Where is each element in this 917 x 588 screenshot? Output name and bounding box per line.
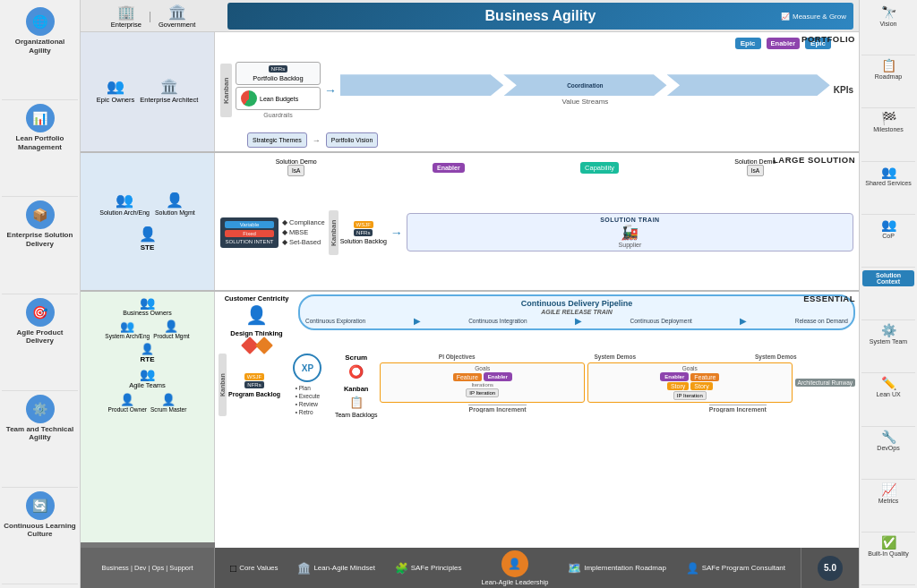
portfolio-backlog-label: Portfolio Backlog [241,74,315,82]
built-in-quality-icon: ✅ [881,535,896,550]
business-dev-bar [81,542,215,548]
pi-objectives-label: PI Objectives [439,354,476,360]
sidebar-label-agile-product: Agile Product Delivery [4,328,76,345]
xp-bullets: • Plan• Execute• Review• Retro [296,384,321,416]
value-streams-label: Value Streams [340,98,830,106]
vs-chevron-2: Coordination [503,74,666,96]
safe-program-consultant-label: SAFe Program Consultant [702,564,785,572]
release-on-demand-label: Release on Demand [795,318,848,324]
lean-agile-mindset-item[interactable]: 🏛️ Lean-Agile Mindset [297,562,374,575]
compliance-label: Compliance [289,218,325,226]
mbse-label: MBSE [289,228,308,236]
safe-program-consultant-item[interactable]: 👤 SAFe Program Consultant [686,562,785,575]
safe-principles-label: SAFe Principles [411,564,462,572]
agile-product-icon: 🎯 [26,298,55,327]
sidebar-item-lean-portfolio[interactable]: 📊 Lean Portfolio Management [2,100,78,197]
solution-train-container: SOLUTION TRAIN 🚂 Supplier [407,213,853,251]
kanban-label-portfolio: Kanban [222,77,230,103]
xp-area: XP • Plan• Execute• Review• Retro [283,354,332,416]
sidebar-item-team-technical[interactable]: ⚙️ Team and Technical Agility [2,391,78,488]
solution-backlog-label: Solution Backlog [340,238,387,244]
lean-portfolio-icon: 📊 [26,104,55,132]
core-values-item[interactable]: □ Core Values [230,562,279,575]
right-item-lean-ux[interactable]: ✏️ Lean UX [861,373,915,426]
lean-agile-leadership-label: Lean-Agile Leadership [481,578,548,586]
program-increment-2: Goals Enabler Feature Story Story [587,362,793,403]
guardrails-label: Guardrails [236,112,321,118]
solution-box-label: Solution Context [862,270,914,286]
solution-train-label: SOLUTION TRAIN [600,217,660,223]
right-item-built-in-quality[interactable]: ✅ Built-In Quality [861,533,915,585]
program-increment-label-1: Program Increment [468,405,526,413]
business-owners-label: Business Owners [123,310,171,316]
sidebar-label-continuous-learning: Continuous Learning Culture [4,522,76,539]
enterprise-gov-header: 🏢 Enterprise | 🏛️ Government Business Ag… [81,0,859,32]
arch-runway-label: Architectural Runway [795,379,855,387]
continuous-learning-icon: 🔄 [26,491,55,520]
program-increment-1: Goals Feature Enabler Iterations IP Iter… [380,362,585,403]
right-item-solution-context[interactable]: Solution Context [861,268,915,320]
right-item-devops[interactable]: 🔧 DevOps [861,427,915,480]
iterations-label: Iterations [471,382,493,388]
sidebar-item-enterprise-solution[interactable]: 📦 Enterprise Solution Delivery [2,197,78,294]
continuous-deployment-label: Continuous Deployment [630,318,691,324]
portfolio-vision-box: Portfolio Vision [326,132,379,148]
business-agility-title: Business Agility [485,8,596,24]
set-based-label: Set-Based [289,238,321,246]
shared-services-icon: 👥 [881,165,896,179]
continuous-integration-label: Continuous Integration [468,318,527,324]
metrics-label: Metrics [878,498,899,505]
nfrs-tag: NFRs [269,65,287,72]
solution-arch-label: Solution Arch/Eng [99,209,150,216]
large-solution-roles: 👥 Solution Arch/Eng 👤 Solution Mgmt [99,192,194,216]
feature-box-2: Feature [690,373,719,381]
implementation-roadmap-item[interactable]: 🗺️ Implementation Roadmap [568,562,666,575]
right-item-milestones[interactable]: 🏁 Milestones [861,108,915,161]
devops-label: DevOps [877,445,899,452]
product-mgmt-label: Product Mgmt [153,333,189,339]
right-item-vision[interactable]: 🔭 Vision [861,3,915,55]
cop-label: CoP [882,233,895,240]
enabler-box: Enabler [767,38,801,49]
business-dev-label: Business | Dev | Ops | Support [101,564,193,572]
variable-tag: Variable [225,221,274,228]
right-item-shared-services[interactable]: 👥 Shared Services [861,162,915,215]
epic-box-1: Epic [735,38,761,49]
enterprise-label: Enterprise [111,21,141,29]
portfolio-label: PORTFOLIO [801,34,855,44]
supplier-label: Supplier [619,242,642,248]
kpis-label: KPIs [834,85,853,95]
solution-demo-2-label: Solution Demo [734,158,776,165]
system-team-label: System Team [870,338,907,345]
xp-icon: XP [293,354,321,382]
right-item-metrics[interactable]: 📈 Metrics [861,480,915,533]
ip-iteration-1: IP Iteration [466,388,499,397]
right-item-system-team[interactable]: ⚙️ System Team [861,320,915,373]
scrum-label: Scrum [345,354,367,362]
agile-teams-label: Agile Teams [129,381,166,389]
right-item-roadmap[interactable]: 📋 Roadmap [861,55,915,108]
devops-icon: 🔧 [881,430,896,444]
lean-agile-leadership-item[interactable]: 👤 Lean-Agile Leadership [481,550,548,586]
sidebar-item-org-agility[interactable]: 🌐 Organizational Agility [2,4,78,100]
design-thinking-label: Design Thinking [230,329,282,337]
sidebar-label-team-technical: Team and Technical Agility [4,425,76,442]
enterprise-architect-label: Enterprise Architect [140,96,198,104]
fixed-tag: Fixed [225,230,274,237]
enabler-box-pi2: Enabler [660,372,689,381]
team-backlogs-label: Team Backlogs [335,412,377,418]
right-item-cop[interactable]: 👥 CoP [861,215,915,268]
strategic-themes-label: Strategic Themes [253,137,302,143]
wsjf-tag-ess: WSJF [244,373,264,380]
vision-label: Vision [880,21,897,28]
lean-budgets-circle [241,90,257,107]
sidebar-item-continuous-learning[interactable]: 🔄 Continuous Learning Culture [2,488,78,584]
scrum-master-label: Scrum Master [150,406,186,413]
solution-demo-1-label: Solution Demo [276,158,317,165]
vs-chevron-3 [667,74,830,96]
built-in-quality-label: Built-In Quality [868,550,909,558]
rte-label: RTE [141,355,155,363]
safe-principles-item[interactable]: 🧩 SAFe Principles [395,562,462,575]
shared-services-label: Shared Services [865,180,911,187]
sidebar-item-agile-product[interactable]: 🎯 Agile Product Delivery [2,294,78,391]
